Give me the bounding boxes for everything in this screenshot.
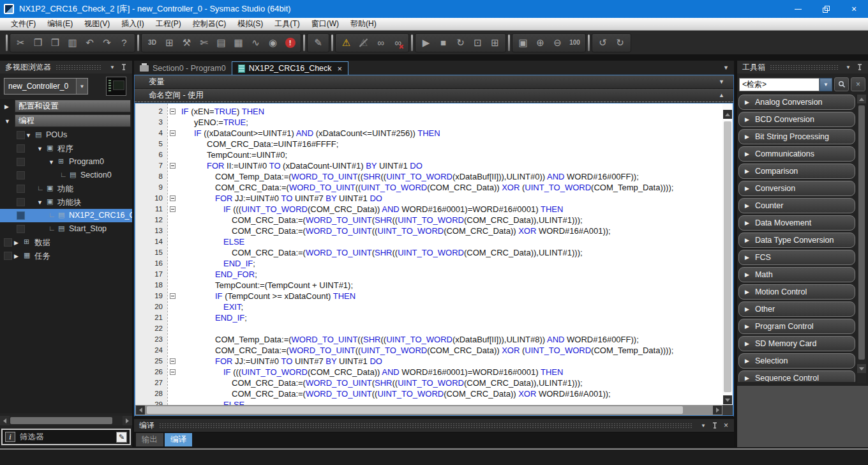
scrollbar-thumb[interactable] xyxy=(10,417,112,424)
expand-down-icon[interactable]: ▼ xyxy=(719,79,724,85)
3d-view-icon[interactable]: 3D xyxy=(144,34,161,51)
menu-item[interactable]: 插入(I) xyxy=(116,18,149,30)
toolbox-category-comparison[interactable]: ▶Comparison xyxy=(738,164,855,179)
expander-icon[interactable]: ▶ xyxy=(14,253,19,259)
fold-toggle-icon[interactable] xyxy=(170,109,176,114)
pin-icon[interactable] xyxy=(712,422,718,429)
expander-icon[interactable]: ▼ xyxy=(37,199,43,206)
tree-item-programs[interactable]: ▼▣程序 xyxy=(0,142,132,155)
error-list-icon[interactable]: ! xyxy=(281,34,299,51)
toolbox-category-conversion[interactable]: ▶Conversion xyxy=(738,181,855,196)
tab-build[interactable]: 编译 xyxy=(165,433,192,446)
scroll-right-icon[interactable] xyxy=(123,416,132,425)
code-line[interactable]: 15COM_CRC_Data:=(WORD_TO_UINT(SHR((UINT_… xyxy=(135,247,722,258)
scroll-down-icon[interactable] xyxy=(723,395,732,404)
code-line[interactable]: 7FOR II:=UINT#0 TO (xDataCount-UINT#1) B… xyxy=(135,160,722,171)
simulation-stop-icon[interactable]: ■ xyxy=(435,34,452,51)
collapse-up-icon[interactable]: ▲ xyxy=(719,92,724,98)
toolbox-category-data-type-conversion[interactable]: ▶Data Type Conversion xyxy=(738,232,855,248)
cross-reference-icon[interactable]: ▦ xyxy=(230,34,247,51)
fold-toggle-icon[interactable] xyxy=(170,195,176,201)
paste-icon[interactable]: ❒ xyxy=(47,34,64,51)
delete-icon[interactable]: ▥ xyxy=(64,34,81,51)
new-window-icon[interactable]: ⊞ xyxy=(161,34,178,51)
expander-icon[interactable]: ▼ xyxy=(26,132,31,139)
fold-column[interactable] xyxy=(167,160,177,171)
minimize-button[interactable] xyxy=(784,0,812,18)
tree-section-programming[interactable]: ▼ 编程 xyxy=(0,114,132,128)
toolbox-category-communications[interactable]: ▶Communications xyxy=(738,146,855,162)
watch-window-icon[interactable]: ▤ xyxy=(213,34,230,51)
code-line[interactable]: 16END_IF; xyxy=(135,258,722,269)
code-line[interactable]: 6TempCount:=UINT#0; xyxy=(135,149,722,160)
expander-icon[interactable]: ▶ xyxy=(14,240,19,246)
zoom-100-icon[interactable]: 100 xyxy=(566,34,583,51)
search-button[interactable] xyxy=(834,77,849,91)
restore-button[interactable] xyxy=(812,0,840,18)
edit-cut-alt-icon[interactable]: ✄ xyxy=(195,34,213,51)
explorer-h-scrollbar[interactable] xyxy=(0,416,132,425)
redo-icon[interactable]: ↷ xyxy=(98,34,116,51)
scroll-left-icon[interactable] xyxy=(0,416,10,425)
variables-bar[interactable]: 变量 ▼ xyxy=(135,75,733,89)
editor-h-scrollbar[interactable] xyxy=(135,405,722,415)
help-icon[interactable]: ? xyxy=(116,34,133,51)
filter-edit-button[interactable]: ✎ xyxy=(116,432,127,443)
watch-disabled-icon[interactable]: ∞ xyxy=(389,34,407,51)
code-line[interactable]: 29ELSE xyxy=(135,399,722,405)
zoom-out-icon[interactable]: ⊖ xyxy=(549,34,566,51)
code-line[interactable]: 17END_FOR; xyxy=(135,269,722,280)
toolbox-category-math[interactable]: ▶Math xyxy=(738,267,855,282)
code-line[interactable]: 18TempCount:=(TempCount + UINT#1); xyxy=(135,280,722,291)
watch-icon[interactable]: ∞ xyxy=(372,34,389,51)
fold-toggle-icon[interactable] xyxy=(170,369,176,375)
expand-icon[interactable]: ▶ xyxy=(4,103,9,110)
code-line[interactable]: 20EXIT; xyxy=(135,301,722,312)
scrollbar-thumb[interactable] xyxy=(724,121,731,392)
fold-toggle-icon[interactable] xyxy=(170,358,176,364)
search-all-icon[interactable]: ◉ xyxy=(264,34,281,51)
navigate-forward-icon[interactable]: ↻ xyxy=(611,34,629,51)
fold-toggle-icon[interactable] xyxy=(170,130,176,136)
collapse-icon[interactable]: ▼ xyxy=(107,65,118,70)
zoom-fit-icon[interactable]: ▣ xyxy=(514,34,532,51)
menu-item[interactable]: 模拟(S) xyxy=(232,18,269,30)
tree-item-program0[interactable]: ▼⊞Program0 xyxy=(0,155,132,169)
monitor-multi-icon[interactable]: ⊞ xyxy=(486,34,504,51)
tree-item-start-stop[interactable]: ∟▤Start_Stop xyxy=(0,222,132,236)
fold-column[interactable] xyxy=(167,193,177,204)
scrollbar-thumb[interactable] xyxy=(147,406,683,414)
toolbox-category-data-movement[interactable]: ▶Data Movement xyxy=(738,215,855,231)
toolbox-category-bcd-conversion[interactable]: ▶BCD Conversion xyxy=(738,112,855,127)
close-tab-icon[interactable]: × xyxy=(338,64,343,73)
toolbox-category-selection[interactable]: ▶Selection xyxy=(738,353,855,369)
close-icon[interactable]: × xyxy=(721,421,731,430)
zoom-in-icon[interactable]: ⊕ xyxy=(532,34,549,51)
code-line[interactable]: 26IF (((UINT_TO_WORD(COM_CRC_Data)) AND … xyxy=(135,367,722,377)
tree-item-pous[interactable]: ▼▤POUs xyxy=(0,128,132,142)
warning-disabled-icon[interactable]: ⚠ xyxy=(355,34,372,51)
device-selector[interactable]: new_Controller_0 ▼ xyxy=(4,78,88,95)
scroll-up-icon[interactable] xyxy=(723,110,732,119)
toolbox-category-motion-control[interactable]: ▶Motion Control xyxy=(738,284,855,300)
simulation-run-icon[interactable]: ▶ xyxy=(417,34,435,51)
menu-item[interactable]: 控制器(C) xyxy=(187,18,232,30)
menu-item[interactable]: 帮助(H) xyxy=(345,18,382,30)
code-line[interactable]: 25FOR JJ:=UINT#0 TO UINT#7 BY UINT#1 DO xyxy=(135,356,722,367)
fold-toggle-icon[interactable] xyxy=(170,163,176,169)
editor-v-scrollbar[interactable] xyxy=(722,103,733,405)
scroll-right-icon[interactable] xyxy=(713,406,722,415)
expander-icon[interactable]: ▼ xyxy=(37,146,43,152)
toolbox-category-other[interactable]: ▶Other xyxy=(738,301,855,317)
search-input[interactable]: <检索> xyxy=(739,78,819,91)
fold-column[interactable] xyxy=(167,291,177,301)
close-button[interactable]: × xyxy=(840,0,868,18)
build-icon[interactable]: ⚒ xyxy=(178,34,195,51)
tree-item-tasks[interactable]: ▶▦任务 xyxy=(0,249,132,263)
code-line[interactable]: 14ELSE xyxy=(135,236,722,247)
code-line[interactable]: 3yENO:=TRUE; xyxy=(135,117,722,128)
toolbox-category-analog-conversion[interactable]: ▶Analog Conversion xyxy=(738,95,855,110)
toolbox-category-bit-string-processing[interactable]: ▶Bit String Processing xyxy=(738,129,855,144)
tab-section0-program0[interactable]: Section0 - Program0 xyxy=(134,61,232,75)
fold-toggle-icon[interactable] xyxy=(170,293,176,299)
